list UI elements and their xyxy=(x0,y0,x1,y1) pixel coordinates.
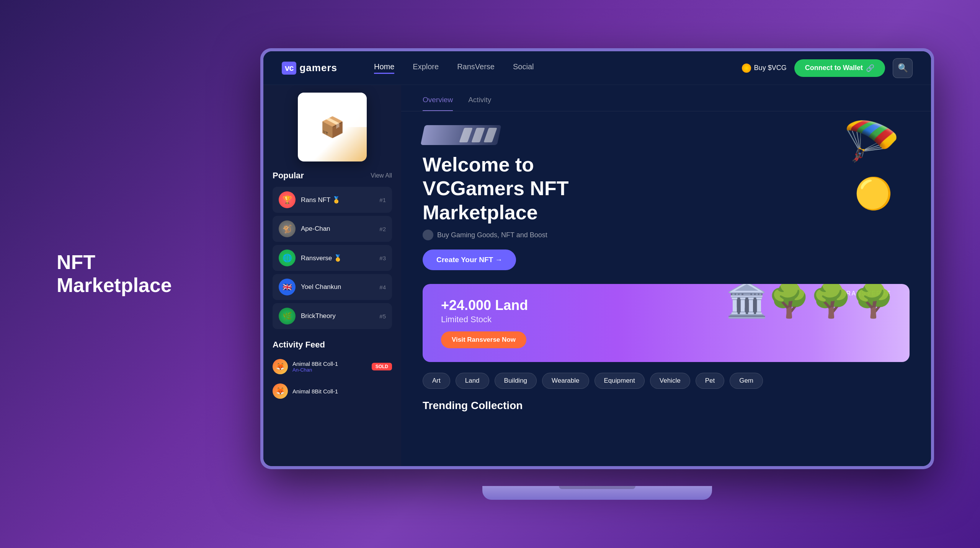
item-rank-5: #5 xyxy=(379,313,386,320)
activity-name-1: Animal 8Bit Coll-1 xyxy=(292,360,367,367)
tab-overview[interactable]: Overview xyxy=(423,96,453,111)
nav-links: Home Explore RansVerse Social xyxy=(374,62,534,74)
nav-right: Buy $VCG Connect to Wallet 🔗 🔍 xyxy=(742,58,913,78)
avatar-ape: 🐒 xyxy=(279,220,296,237)
popular-title: Popular xyxy=(273,171,304,181)
connect-wallet-button[interactable]: Connect to Wallet 🔗 xyxy=(794,59,885,77)
hero-section: Welcome to VCGamers NFT Marketplace Buy … xyxy=(401,111,931,284)
stripe-line-3 xyxy=(483,128,497,142)
popular-item-4[interactable]: 🇬🇧 Yoel Chankun #4 xyxy=(273,274,392,300)
filter-gem[interactable]: Gem xyxy=(730,373,763,389)
avatar-brick: 🌿 xyxy=(279,308,296,325)
view-all-link[interactable]: View All xyxy=(371,172,392,179)
vcg-coin-icon xyxy=(742,64,751,73)
activity-feed-title: Activity Feed xyxy=(263,340,401,350)
avatar-ransverse: 🌐 xyxy=(279,250,296,266)
item-name-5: BrickTheory xyxy=(301,312,374,320)
nav-home[interactable]: Home xyxy=(374,62,394,74)
parachute-decoration: 🪂 🟡 xyxy=(843,119,900,211)
nft-box-container: 📦 xyxy=(298,93,367,161)
nav-ransverse[interactable]: RansVerse xyxy=(457,62,495,74)
buy-vcg[interactable]: Buy $VCG xyxy=(742,64,787,73)
connect-wallet-label: Connect to Wallet xyxy=(805,64,863,72)
sold-badge-1: SOLD xyxy=(372,363,392,370)
avatar-rans: 🏆 xyxy=(279,191,296,208)
logo[interactable]: vc gamers xyxy=(282,62,337,75)
item-name-1: Rans NFT 🥇 xyxy=(301,196,374,204)
wallet-icon: 🔗 xyxy=(866,64,874,72)
item-name-2: Ape-Chan xyxy=(301,225,374,233)
search-button[interactable]: 🔍 xyxy=(893,58,913,78)
popular-header: Popular View All xyxy=(273,171,392,181)
hero-sub-icon xyxy=(423,230,433,240)
item-name-4: Yoel Chankun xyxy=(301,283,374,291)
nav-social[interactable]: Social xyxy=(513,62,534,74)
filter-tags: Art Land Building Wearable Equipment Veh… xyxy=(401,373,931,400)
filter-pet[interactable]: Pet xyxy=(696,373,725,389)
create-nft-label: Create Your NFT → xyxy=(436,256,502,264)
activity-item-1[interactable]: 🦊 Animal 8Bit Coll-1 An-Chan SOLD xyxy=(263,354,401,379)
activity-info-1: Animal 8Bit Coll-1 An-Chan xyxy=(292,360,367,373)
hero-tabs: Overview Activity xyxy=(401,85,931,111)
buy-vcg-label: Buy $VCG xyxy=(754,64,787,72)
main-content: 📦 Popular View All 🏆 Rans NFT 🥇 #1 xyxy=(263,85,931,466)
activity-sub-1: An-Chan xyxy=(292,367,367,373)
hero-title: Welcome to VCGamers NFT Marketplace xyxy=(423,153,637,224)
item-rank-4: #4 xyxy=(379,284,386,290)
filter-art[interactable]: Art xyxy=(423,373,450,389)
popular-section: Popular View All 🏆 Rans NFT 🥇 #1 🐒 Ape-C… xyxy=(263,171,401,332)
activity-item-2[interactable]: 🦊 Animal 8Bit Coll-1 xyxy=(263,379,401,403)
hero-stripe xyxy=(420,125,501,145)
nav-explore[interactable]: Explore xyxy=(413,62,439,74)
banner-building-decoration: 🏛️🌳🌳🌳 xyxy=(726,284,894,320)
laptop-container: vc gamers Home Explore RansVerse Social … xyxy=(260,48,934,500)
item-name-3: Ransverse 🥇 xyxy=(301,254,374,262)
left-title-line1: NFT xyxy=(57,251,172,274)
nft-box-emoji: 📦 xyxy=(320,116,345,139)
search-icon: 🔍 xyxy=(898,63,908,73)
nft-featured-box: 📦 xyxy=(298,93,367,161)
filter-land[interactable]: Land xyxy=(456,373,489,389)
filter-vehicle[interactable]: Vehicle xyxy=(650,373,690,389)
item-rank-1: #1 xyxy=(379,197,386,203)
logo-box: vc xyxy=(282,62,296,75)
item-rank-3: #3 xyxy=(379,255,386,261)
visit-ransverse-button[interactable]: Visit Ransverse Now xyxy=(441,331,526,348)
activity-info-2: Animal 8Bit Coll-1 xyxy=(292,388,392,395)
activity-feed-section: Activity Feed 🦊 Animal 8Bit Coll-1 An-Ch… xyxy=(263,340,401,403)
activity-avatar-2: 🦊 xyxy=(273,383,288,399)
popular-item-5[interactable]: 🌿 BrickTheory #5 xyxy=(273,303,392,329)
stripe-line-1 xyxy=(459,128,472,142)
item-rank-2: #2 xyxy=(379,226,386,232)
popular-item-3[interactable]: 🌐 Ransverse 🥇 #3 xyxy=(273,245,392,271)
hero-subtitle-text: Buy Gaming Goods, NFT and Boost xyxy=(437,231,547,239)
activity-name-2: Animal 8Bit Coll-1 xyxy=(292,388,392,395)
top-nav: vc gamers Home Explore RansVerse Social … xyxy=(263,51,931,85)
left-title-line2: Marketplace xyxy=(57,274,172,297)
filter-equipment[interactable]: Equipment xyxy=(595,373,645,389)
tab-activity[interactable]: Activity xyxy=(468,96,491,111)
sidebar: 📦 Popular View All 🏆 Rans NFT 🥇 #1 xyxy=(263,85,401,466)
ransverse-banner: +24.000 Land Limited Stock Visit Ransver… xyxy=(423,284,910,362)
hero-subtitle: Buy Gaming Goods, NFT and Boost xyxy=(423,230,910,240)
trending-title: Trending Collection xyxy=(401,400,931,419)
popular-item-2[interactable]: 🐒 Ape-Chan #2 xyxy=(273,216,392,242)
laptop-base xyxy=(482,486,712,500)
laptop-screen: vc gamers Home Explore RansVerse Social … xyxy=(260,48,934,469)
left-panel-text: NFT Marketplace xyxy=(57,251,172,297)
logo-text: gamers xyxy=(299,62,337,74)
popular-item-1[interactable]: 🏆 Rans NFT 🥇 #1 xyxy=(273,187,392,213)
create-nft-button[interactable]: Create Your NFT → xyxy=(423,250,516,270)
filter-wearable[interactable]: Wearable xyxy=(542,373,589,389)
filter-building[interactable]: Building xyxy=(495,373,537,389)
laptop-inner: vc gamers Home Explore RansVerse Social … xyxy=(263,51,931,466)
stripe-line-2 xyxy=(471,128,485,142)
avatar-yoel: 🇬🇧 xyxy=(279,279,296,295)
activity-avatar-1: 🦊 xyxy=(273,359,288,374)
right-content: Overview Activity Welcome to VCGamers NF… xyxy=(401,85,931,466)
